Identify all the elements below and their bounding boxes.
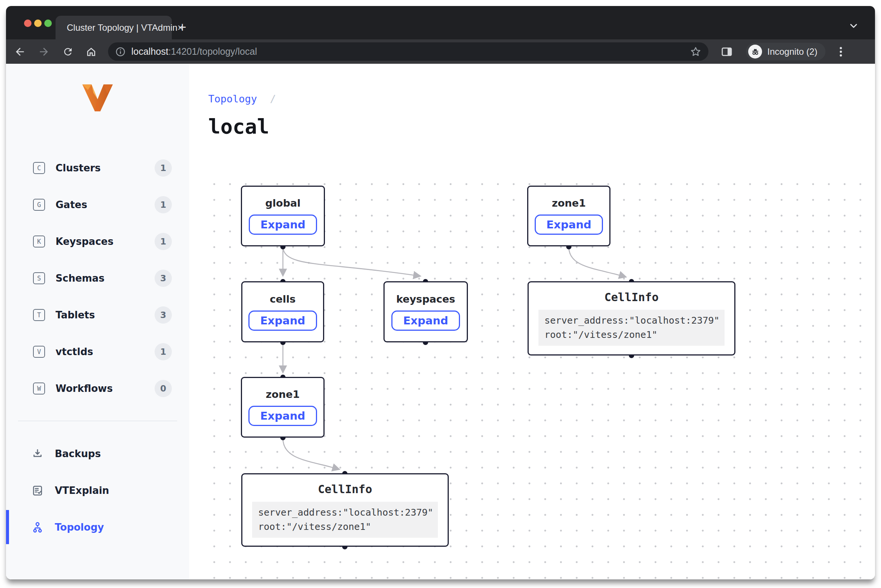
menu-kebab-icon[interactable] — [835, 45, 846, 58]
count-badge: 1 — [155, 343, 172, 360]
sidebar-divider — [18, 421, 177, 421]
document-check-icon — [32, 484, 44, 496]
sidebar-item-vtctlds[interactable]: V vtctlds 1 — [33, 340, 189, 363]
count-badge: 1 — [155, 159, 172, 177]
tab-search-chevron-icon[interactable] — [848, 20, 859, 32]
expand-button-zone1-lower[interactable]: Expand — [248, 406, 317, 426]
schemas-letter-icon: S — [33, 272, 45, 284]
url-text: localhost:14201/topology/local — [131, 46, 257, 57]
sidebar-item-schemas[interactable]: S Schemas 3 — [33, 267, 189, 290]
cellinfo-code-block: server_address:"localhost:2379" root:"/v… — [252, 502, 438, 538]
workflows-letter-icon: W — [33, 382, 45, 394]
sidebar-nav: C Clusters 1 G Gates 1 K Keyspaces 1 S S… — [33, 157, 189, 400]
gates-letter-icon: G — [33, 199, 45, 211]
breadcrumb: Topology / — [208, 93, 276, 105]
count-badge: 3 — [155, 306, 172, 324]
count-badge: 1 — [155, 233, 172, 250]
sidebar-item-vtexplain[interactable]: VTExplain — [32, 479, 189, 502]
forward-button[interactable] — [35, 43, 53, 60]
page-info-icon[interactable] — [115, 46, 126, 57]
sidebar-item-keyspaces[interactable]: K Keyspaces 1 — [33, 230, 189, 253]
count-badge: 0 — [155, 380, 172, 397]
home-button[interactable] — [83, 43, 100, 60]
count-badge: 3 — [155, 270, 172, 287]
browser-toolbar: localhost:14201/topology/local — [6, 39, 875, 64]
topology-icon — [32, 521, 44, 533]
url-bar[interactable]: localhost:14201/topology/local — [108, 42, 708, 61]
sidebar-item-gates[interactable]: G Gates 1 — [33, 194, 189, 216]
sidebar-item-clusters[interactable]: C Clusters 1 — [33, 157, 189, 179]
new-tab-button[interactable]: + — [176, 21, 189, 34]
side-panel-icon[interactable] — [720, 45, 733, 58]
sidebar-item-topology[interactable]: Topology — [32, 516, 189, 538]
tab-title: Cluster Topology | VTAdmin — [67, 22, 177, 33]
node-zone1-lower: zone1 Expand — [241, 377, 325, 438]
node-cellinfo-right: CellInfo server_address:"localhost:2379"… — [528, 281, 735, 356]
node-keyspaces: keyspaces Expand — [383, 281, 468, 342]
incognito-icon — [748, 45, 762, 58]
sidebar-item-backups[interactable]: Backups — [32, 442, 189, 465]
sidebar-links: Backups VTExplain — [32, 442, 189, 538]
browser-tab[interactable]: Cluster Topology | VTAdmin × — [56, 16, 172, 39]
browser-titlebar: Cluster Topology | VTAdmin × + — [6, 6, 875, 39]
window-minimize-button[interactable] — [34, 20, 42, 27]
window-close-button[interactable] — [24, 20, 32, 27]
node-cells: cells Expand — [241, 281, 324, 342]
expand-button-cells[interactable]: Expand — [248, 310, 317, 331]
vitess-logo-icon — [81, 83, 114, 113]
url-host: localhost — [131, 46, 168, 57]
node-zone1-top: zone1 Expand — [527, 186, 610, 246]
expand-button-keyspaces[interactable]: Expand — [391, 310, 460, 331]
reload-button[interactable] — [59, 43, 77, 60]
breadcrumb-topology-link[interactable]: Topology — [208, 93, 257, 105]
download-icon — [32, 448, 44, 460]
expand-button-global[interactable]: Expand — [249, 214, 317, 235]
url-path: :14201/topology/local — [168, 46, 257, 57]
node-cellinfo-bottom: CellInfo server_address:"localhost:2379"… — [241, 473, 449, 547]
cellinfo-code-block: server_address:"localhost:2379" root:"/v… — [538, 310, 725, 346]
bookmark-star-icon[interactable] — [690, 46, 702, 58]
count-badge: 1 — [155, 196, 172, 213]
breadcrumb-separator: / — [270, 93, 276, 105]
incognito-label: Incognito (2) — [767, 46, 817, 57]
active-nav-indicator — [6, 510, 9, 544]
clusters-letter-icon: C — [33, 162, 45, 174]
sidebar-item-workflows[interactable]: W Workflows 0 — [33, 377, 189, 400]
page-content: C Clusters 1 G Gates 1 K Keyspaces 1 S S… — [6, 64, 875, 579]
page-title: local — [208, 115, 269, 138]
tablets-letter-icon: T — [33, 309, 45, 321]
keyspaces-letter-icon: K — [33, 236, 45, 248]
expand-button-zone1-top[interactable]: Expand — [535, 214, 603, 235]
topology-canvas: Topology / local global Expand zone1 Exp… — [189, 64, 875, 579]
back-button[interactable] — [11, 43, 29, 60]
sidebar: C Clusters 1 G Gates 1 K Keyspaces 1 S S… — [6, 64, 189, 579]
incognito-badge[interactable]: Incognito (2) — [746, 43, 825, 60]
window-zoom-button[interactable] — [44, 20, 52, 27]
vtctlds-letter-icon: V — [33, 346, 45, 358]
sidebar-item-tablets[interactable]: T Tablets 3 — [33, 304, 189, 326]
node-global: global Expand — [241, 186, 325, 246]
browser-window: Cluster Topology | VTAdmin × + — [6, 6, 875, 579]
